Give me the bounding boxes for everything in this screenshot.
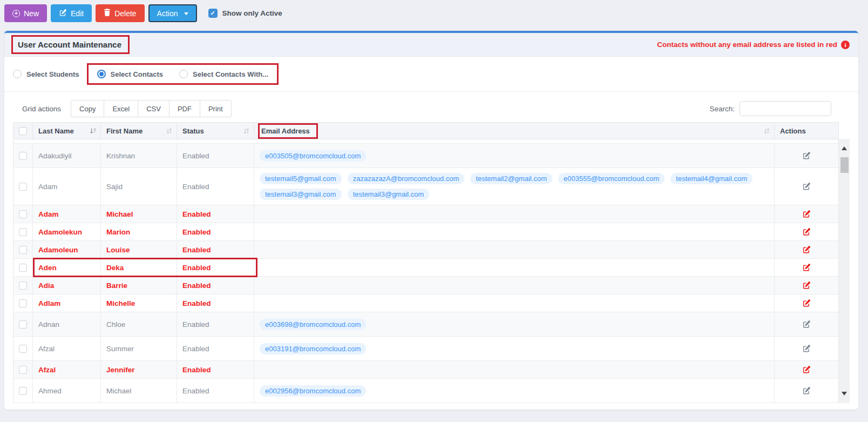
row-actions-cell [775,205,838,223]
email-address-cell: testemail5@gmail.comzazazazazA@bromcomcl… [254,168,775,205]
status-cell: Enabled [177,294,254,312]
info-icon[interactable]: i [841,41,850,49]
table-row[interactable]: Adakudiyil Krishnan Enabled e003505@brom… [13,144,838,168]
radio-select-contacts-with[interactable]: Select Contacts With... [179,70,268,78]
row-edit-icon[interactable] [802,210,811,218]
email-link[interactable]: e002956@bromcomcloud.com [260,385,366,397]
last-name-cell: Ahmed [33,379,101,403]
header-status[interactable]: Status [177,123,254,139]
copy-button[interactable]: Copy [71,100,104,117]
table-row[interactable]: Adnan Chloe Enabled e003698@bromcomcloud… [13,312,838,337]
scroll-up-arrow-icon[interactable] [842,144,847,150]
table-row[interactable]: Adamoleun Louise Enabled [13,241,838,259]
row-edit-icon[interactable] [802,182,811,191]
first-name-cell: Barrie [101,277,177,294]
table-row[interactable]: Afzal Jennifer Enabled [13,361,838,379]
status-cell: Enabled [177,144,254,168]
table-row[interactable]: Aden Deka Enabled [13,259,838,277]
scroll-down-arrow-icon[interactable] [842,392,847,398]
vertical-scrollbar[interactable] [839,139,850,403]
row-checkbox[interactable] [19,183,27,191]
last-name-cell: Adia [33,277,101,294]
header-last-name[interactable]: Last Name [33,123,101,139]
row-checkbox[interactable] [19,264,27,272]
email-link[interactable]: zazazazazA@bromcomcloud.com [348,173,465,184]
row-checkbox[interactable] [19,345,27,353]
status-cell: Enabled [177,312,254,336]
new-button[interactable]: + New [4,4,47,22]
header-first-name[interactable]: First Name [101,123,177,139]
table-row[interactable]: Adam Sajid Enabled testemail5@gmail.comz… [13,168,838,205]
row-edit-icon[interactable] [802,263,811,272]
table-row[interactable]: Ahmed Michael Enabled e002956@bromcomclo… [13,379,838,403]
pdf-button[interactable]: PDF [169,100,200,117]
row-checkbox[interactable] [19,320,27,329]
email-link[interactable]: testemail5@gmail.com [260,173,342,184]
csv-button[interactable]: CSV [138,100,169,117]
email-link[interactable]: testemail2@gmail.com [470,173,552,184]
first-name-cell: Deka [101,259,177,276]
radio-select-contacts[interactable]: Select Contacts [97,70,164,78]
email-address-cell [254,259,775,276]
table-row[interactable]: Adamolekun Marion Enabled [13,223,838,241]
table-row[interactable]: Afzal Summer Enabled e003191@bromcomclou… [13,337,838,361]
row-checkbox-cell [13,168,33,205]
email-address-cell: e003191@bromcomcloud.com [254,337,775,360]
edit-button[interactable]: Edit [51,4,92,22]
delete-button[interactable]: Delete [96,4,144,22]
email-link[interactable]: testemail3@gmail.com [260,189,342,200]
sort-both-icon[interactable] [166,128,173,136]
last-name-cell: Adamolekun [33,223,101,240]
row-edit-icon[interactable] [802,344,811,353]
scrollbar-thumb[interactable] [840,157,849,173]
row-checkbox[interactable] [19,366,27,374]
row-checkbox[interactable] [19,299,27,307]
email-link[interactable]: testemail4@gmail.com [670,173,752,184]
search-input[interactable] [740,101,831,116]
row-edit-icon[interactable] [802,245,811,254]
first-name-cell: Jennifer [101,361,177,378]
email-link[interactable]: e003555@bromcomcloud.com [558,173,664,184]
action-dropdown-button[interactable]: Action [148,4,197,22]
table-row[interactable]: Adam Michael Enabled [13,205,838,223]
email-link[interactable]: e003191@bromcomcloud.com [260,343,366,354]
sort-both-icon[interactable] [763,128,770,136]
row-checkbox[interactable] [19,282,27,290]
row-checkbox-cell [13,144,33,168]
row-checkbox[interactable] [19,228,27,236]
table-row[interactable]: Adlam Michelle Enabled [13,294,838,312]
email-link[interactable]: e003505@bromcomcloud.com [260,150,366,162]
sort-asc-icon[interactable] [90,128,97,136]
first-name-cell: Chloe [101,312,177,336]
email-address-cell [254,205,775,223]
row-checkbox[interactable] [19,387,27,395]
row-edit-icon[interactable] [802,299,811,307]
row-edit-icon[interactable] [802,281,811,290]
row-checkbox[interactable] [19,152,27,160]
row-checkbox[interactable] [19,246,27,254]
header-email-address[interactable]: Email Address [254,123,775,139]
row-checkbox[interactable] [19,210,27,218]
radio-select-students[interactable]: Select Students [13,70,79,78]
row-edit-icon[interactable] [802,365,811,374]
radio-circle-icon[interactable] [179,70,188,78]
email-link[interactable]: e003698@bromcomcloud.com [260,319,366,330]
user-account-maintenance-panel: User Account Maintenance Contacts withou… [4,31,858,410]
row-edit-icon[interactable] [802,320,811,329]
status-cell: Enabled [177,168,254,205]
select-all-checkbox[interactable] [19,127,27,135]
excel-button[interactable]: Excel [104,100,138,117]
row-edit-icon[interactable] [802,227,811,236]
header-select-all [13,123,33,139]
show-only-active-checkbox-wrap[interactable]: ✓ Show only Active [208,9,282,18]
row-edit-icon[interactable] [802,151,811,160]
sort-both-icon[interactable] [243,128,250,136]
data-grid-area: Last Name First Name Status [13,122,850,403]
email-link[interactable]: testemail3@gmail.com [348,189,430,200]
radio-circle-icon[interactable] [13,70,22,78]
radio-selected-icon[interactable] [97,70,106,78]
print-button[interactable]: Print [200,100,232,117]
checkbox-checked-icon[interactable]: ✓ [208,9,218,18]
table-row[interactable]: Adia Barrie Enabled [13,277,838,294]
row-edit-icon[interactable] [802,386,811,395]
